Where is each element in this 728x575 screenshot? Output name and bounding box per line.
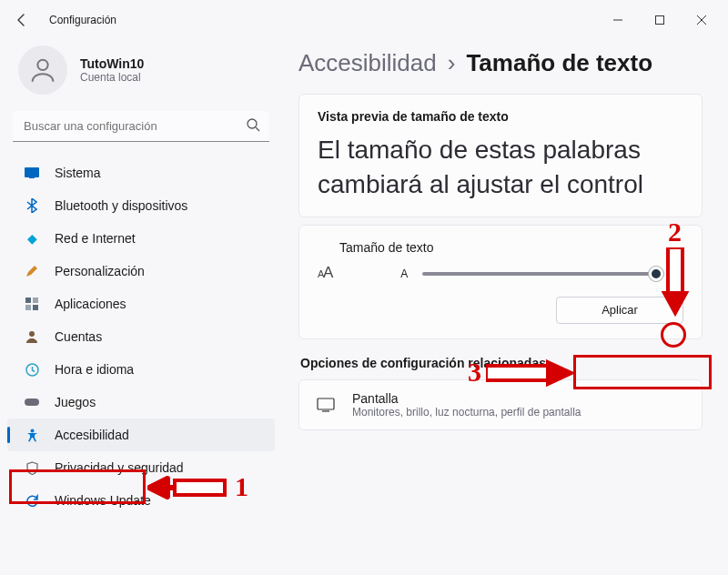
- maximize-button[interactable]: [639, 5, 681, 35]
- back-button[interactable]: [5, 4, 38, 36]
- profile-block[interactable]: TutoWin10 Cuenta local: [4, 40, 278, 111]
- chevron-right-icon: ›: [448, 49, 456, 77]
- search-input[interactable]: [13, 111, 269, 142]
- window-controls: [597, 5, 723, 35]
- sidebar-item-label: Accesibilidad: [55, 428, 129, 442]
- sidebar-item-label: Hora e idioma: [55, 362, 134, 377]
- sidebar-item-label: Aplicaciones: [55, 297, 126, 311]
- text-size-slider[interactable]: [422, 272, 657, 276]
- sidebar-item-label: Cuentas: [55, 329, 102, 344]
- profile-name: TutoWin10: [80, 56, 144, 71]
- window-title: Configuración: [49, 14, 116, 26]
- preview-card: Vista previa de tamaño de texto El tamañ…: [298, 94, 703, 217]
- sidebar-item-label: Windows Update: [55, 493, 151, 508]
- profile-sub: Cuenta local: [80, 71, 144, 84]
- preview-title: Vista previa de tamaño de texto: [318, 109, 683, 124]
- update-icon: [24, 492, 40, 509]
- sidebar-item-hora[interactable]: Hora e idioma: [7, 353, 275, 386]
- minimize-button[interactable]: [597, 5, 639, 35]
- nav-list: Sistema Bluetooth y dispositivos ◆ Red e…: [4, 151, 278, 522]
- svg-rect-6: [29, 177, 35, 178]
- svg-point-11: [29, 331, 35, 337]
- text-size-card: Tamaño de texto AA A A Aplicar: [298, 225, 703, 339]
- sidebar-item-aplicaciones[interactable]: Aplicaciones: [7, 288, 275, 320]
- slider-row: AA A A: [318, 264, 683, 284]
- breadcrumb-parent[interactable]: Accesibilidad: [298, 49, 437, 77]
- accessibility-icon: [24, 427, 40, 443]
- display-icon: [316, 395, 336, 415]
- titlebar: Configuración: [0, 0, 728, 40]
- svg-rect-1: [656, 16, 664, 25]
- slider-max-label: A: [672, 264, 683, 284]
- svg-rect-15: [318, 398, 334, 409]
- svg-point-3: [248, 119, 257, 128]
- sidebar-item-accesibilidad[interactable]: Accesibilidad: [7, 419, 275, 451]
- sidebar: TutoWin10 Cuenta local Sistema Bluetooth…: [0, 40, 282, 575]
- svg-rect-9: [25, 305, 31, 310]
- shield-icon: [24, 459, 40, 476]
- svg-point-2: [37, 60, 47, 70]
- sidebar-item-update[interactable]: Windows Update: [7, 484, 275, 517]
- sidebar-item-privacidad[interactable]: Privacidad y seguridad: [7, 451, 275, 484]
- text-size-icon: AA: [318, 268, 324, 279]
- sidebar-item-juegos[interactable]: Juegos: [7, 386, 275, 419]
- related-display-row[interactable]: Pantalla Monitores, brillo, luz nocturna…: [298, 379, 703, 430]
- clock-icon: [24, 361, 40, 378]
- sidebar-item-cuentas[interactable]: Cuentas: [7, 320, 275, 353]
- person-icon: [24, 328, 40, 345]
- breadcrumb-current: Tamaño de texto: [466, 49, 652, 77]
- svg-rect-5: [25, 167, 39, 177]
- search-box[interactable]: [13, 111, 269, 142]
- related-heading: Opciones de configuración relacionadas: [300, 356, 701, 370]
- sidebar-item-red[interactable]: ◆ Red e Internet: [7, 222, 275, 255]
- apply-button[interactable]: Aplicar: [556, 297, 683, 324]
- sidebar-item-label: Bluetooth y dispositivos: [55, 198, 187, 213]
- apply-button-label: Aplicar: [602, 303, 638, 317]
- avatar: [18, 45, 67, 95]
- monitor-icon: [24, 165, 40, 181]
- slider-thumb[interactable]: [649, 267, 663, 281]
- sidebar-item-label: Juegos: [55, 395, 96, 409]
- svg-rect-10: [33, 305, 38, 310]
- sidebar-item-personalizacion[interactable]: Personalización: [7, 255, 275, 288]
- svg-rect-13: [25, 398, 39, 406]
- bluetooth-icon: [24, 197, 40, 214]
- preview-text: El tamaño de estas palabras cambiará al …: [318, 133, 683, 202]
- search-icon: [246, 117, 260, 136]
- slider-min-label: A: [400, 267, 408, 280]
- sidebar-item-label: Personalización: [55, 264, 145, 278]
- text-size-title: Tamaño de texto: [318, 240, 683, 255]
- brush-icon: [24, 263, 40, 279]
- sidebar-item-label: Privacidad y seguridad: [55, 460, 184, 475]
- sidebar-item-sistema[interactable]: Sistema: [7, 156, 275, 189]
- wifi-icon: ◆: [24, 230, 40, 247]
- svg-point-14: [30, 429, 34, 432]
- main-content: Accesibilidad › Tamaño de texto Vista pr…: [282, 40, 728, 575]
- arrow-left-icon: [15, 13, 29, 27]
- sidebar-item-bluetooth[interactable]: Bluetooth y dispositivos: [7, 189, 275, 222]
- svg-line-4: [256, 127, 259, 131]
- breadcrumb: Accesibilidad › Tamaño de texto: [298, 49, 703, 77]
- sidebar-item-label: Sistema: [55, 166, 101, 180]
- sidebar-item-label: Red e Internet: [55, 231, 136, 246]
- svg-rect-8: [33, 298, 38, 303]
- person-icon: [27, 55, 58, 86]
- gamepad-icon: [24, 394, 40, 410]
- svg-rect-7: [25, 298, 31, 303]
- close-button[interactable]: [681, 5, 723, 35]
- apps-icon: [24, 296, 40, 312]
- related-display-sub: Monitores, brillo, luz nocturna, perfil …: [352, 406, 581, 419]
- related-display-title: Pantalla: [352, 391, 581, 406]
